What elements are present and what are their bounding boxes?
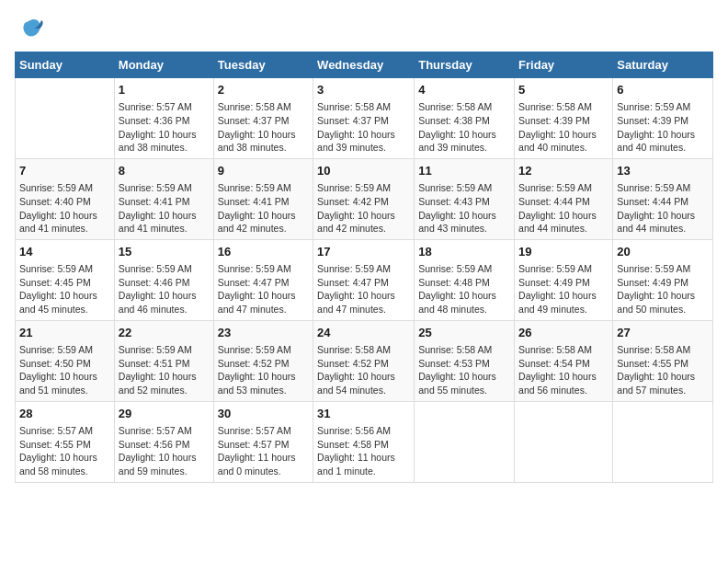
calendar-cell: 1Sunrise: 5:57 AM Sunset: 4:36 PM Daylig…	[114, 78, 213, 159]
day-info: Sunrise: 5:59 AM Sunset: 4:39 PM Dayligh…	[617, 100, 709, 155]
day-info: Sunrise: 5:59 AM Sunset: 4:41 PM Dayligh…	[119, 181, 210, 236]
calendar-cell: 8Sunrise: 5:59 AM Sunset: 4:41 PM Daylig…	[114, 158, 213, 239]
calendar-cell: 27Sunrise: 5:58 AM Sunset: 4:55 PM Dayli…	[613, 320, 713, 401]
day-info: Sunrise: 5:58 AM Sunset: 4:52 PM Dayligh…	[317, 343, 410, 397]
calendar-cell: 24Sunrise: 5:58 AM Sunset: 4:52 PM Dayli…	[313, 320, 415, 401]
day-number: 16	[218, 244, 309, 260]
weekday-header-thursday: Thursday	[415, 52, 515, 78]
calendar-row: 28Sunrise: 5:57 AM Sunset: 4:55 PM Dayli…	[16, 401, 713, 482]
calendar-cell: 17Sunrise: 5:59 AM Sunset: 4:47 PM Dayli…	[313, 239, 415, 320]
calendar-cell: 26Sunrise: 5:58 AM Sunset: 4:54 PM Dayli…	[515, 320, 613, 401]
logo	[15, 15, 44, 42]
calendar-cell	[613, 401, 713, 482]
day-number: 17	[317, 244, 410, 260]
weekday-header-wednesday: Wednesday	[313, 52, 415, 78]
calendar-cell: 30Sunrise: 5:57 AM Sunset: 4:57 PM Dayli…	[213, 401, 313, 482]
calendar-cell: 31Sunrise: 5:56 AM Sunset: 4:58 PM Dayli…	[313, 401, 415, 482]
calendar-cell: 15Sunrise: 5:59 AM Sunset: 4:46 PM Dayli…	[114, 239, 213, 320]
day-info: Sunrise: 5:59 AM Sunset: 4:45 PM Dayligh…	[19, 262, 110, 316]
day-info: Sunrise: 5:59 AM Sunset: 4:48 PM Dayligh…	[418, 262, 510, 316]
weekday-header-friday: Friday	[515, 52, 613, 78]
day-info: Sunrise: 5:57 AM Sunset: 4:55 PM Dayligh…	[19, 424, 110, 478]
calendar-cell	[515, 401, 613, 482]
day-info: Sunrise: 5:57 AM Sunset: 4:36 PM Dayligh…	[119, 100, 210, 155]
day-number: 10	[317, 163, 410, 179]
calendar-cell: 22Sunrise: 5:59 AM Sunset: 4:51 PM Dayli…	[114, 320, 213, 401]
weekday-header-row: SundayMondayTuesdayWednesdayThursdayFrid…	[16, 52, 713, 78]
day-info: Sunrise: 5:59 AM Sunset: 4:44 PM Dayligh…	[518, 181, 609, 236]
calendar-row: 21Sunrise: 5:59 AM Sunset: 4:50 PM Dayli…	[16, 320, 713, 401]
day-number: 6	[617, 82, 709, 98]
day-number: 14	[19, 244, 110, 260]
day-number: 24	[317, 325, 410, 341]
day-info: Sunrise: 5:58 AM Sunset: 4:39 PM Dayligh…	[518, 100, 609, 155]
calendar-cell: 7Sunrise: 5:59 AM Sunset: 4:40 PM Daylig…	[16, 158, 115, 239]
calendar-cell: 4Sunrise: 5:58 AM Sunset: 4:38 PM Daylig…	[415, 78, 515, 159]
day-number: 1	[119, 82, 210, 98]
day-info: Sunrise: 5:58 AM Sunset: 4:55 PM Dayligh…	[617, 343, 709, 397]
calendar-row: 14Sunrise: 5:59 AM Sunset: 4:45 PM Dayli…	[16, 239, 713, 320]
day-info: Sunrise: 5:59 AM Sunset: 4:52 PM Dayligh…	[218, 343, 309, 397]
day-info: Sunrise: 5:58 AM Sunset: 4:54 PM Dayligh…	[518, 343, 609, 397]
calendar-cell: 19Sunrise: 5:59 AM Sunset: 4:49 PM Dayli…	[515, 239, 613, 320]
day-info: Sunrise: 5:58 AM Sunset: 4:37 PM Dayligh…	[317, 100, 410, 155]
day-number: 23	[218, 325, 309, 341]
calendar-table: SundayMondayTuesdayWednesdayThursdayFrid…	[15, 52, 713, 483]
calendar-cell: 21Sunrise: 5:59 AM Sunset: 4:50 PM Dayli…	[16, 320, 115, 401]
day-number: 7	[19, 163, 110, 179]
calendar-row: 7Sunrise: 5:59 AM Sunset: 4:40 PM Daylig…	[16, 158, 713, 239]
day-number: 31	[317, 406, 410, 422]
day-info: Sunrise: 5:59 AM Sunset: 4:47 PM Dayligh…	[218, 262, 309, 316]
calendar-cell: 25Sunrise: 5:58 AM Sunset: 4:53 PM Dayli…	[415, 320, 515, 401]
day-info: Sunrise: 5:59 AM Sunset: 4:47 PM Dayligh…	[317, 262, 410, 316]
day-info: Sunrise: 5:59 AM Sunset: 4:44 PM Dayligh…	[617, 181, 709, 236]
day-number: 29	[119, 406, 210, 422]
day-number: 3	[317, 82, 410, 98]
calendar-cell	[16, 78, 115, 159]
calendar-cell: 5Sunrise: 5:58 AM Sunset: 4:39 PM Daylig…	[515, 78, 613, 159]
day-number: 30	[218, 406, 309, 422]
day-number: 8	[119, 163, 210, 179]
calendar-cell: 28Sunrise: 5:57 AM Sunset: 4:55 PM Dayli…	[16, 401, 115, 482]
day-info: Sunrise: 5:59 AM Sunset: 4:51 PM Dayligh…	[119, 343, 210, 397]
day-info: Sunrise: 5:59 AM Sunset: 4:50 PM Dayligh…	[19, 343, 110, 397]
calendar-cell: 13Sunrise: 5:59 AM Sunset: 4:44 PM Dayli…	[613, 158, 713, 239]
day-info: Sunrise: 5:59 AM Sunset: 4:46 PM Dayligh…	[119, 262, 210, 316]
day-info: Sunrise: 5:59 AM Sunset: 4:40 PM Dayligh…	[19, 181, 110, 236]
day-number: 15	[119, 244, 210, 260]
calendar-cell: 2Sunrise: 5:58 AM Sunset: 4:37 PM Daylig…	[213, 78, 313, 159]
day-number: 28	[19, 406, 110, 422]
weekday-header-monday: Monday	[114, 52, 213, 78]
calendar-row: 1Sunrise: 5:57 AM Sunset: 4:36 PM Daylig…	[16, 78, 713, 159]
day-number: 22	[119, 325, 210, 341]
day-number: 5	[518, 82, 609, 98]
day-number: 27	[617, 325, 709, 341]
calendar-cell: 3Sunrise: 5:58 AM Sunset: 4:37 PM Daylig…	[313, 78, 415, 159]
day-number: 19	[518, 244, 609, 260]
day-number: 21	[19, 325, 110, 341]
calendar-cell: 11Sunrise: 5:59 AM Sunset: 4:43 PM Dayli…	[415, 158, 515, 239]
day-info: Sunrise: 5:59 AM Sunset: 4:41 PM Dayligh…	[218, 181, 309, 236]
day-info: Sunrise: 5:58 AM Sunset: 4:37 PM Dayligh…	[218, 100, 309, 155]
day-info: Sunrise: 5:56 AM Sunset: 4:58 PM Dayligh…	[317, 424, 410, 478]
day-number: 2	[218, 82, 309, 98]
weekday-header-sunday: Sunday	[16, 52, 115, 78]
weekday-header-saturday: Saturday	[613, 52, 713, 78]
day-number: 13	[617, 163, 709, 179]
calendar-cell: 20Sunrise: 5:59 AM Sunset: 4:49 PM Dayli…	[613, 239, 713, 320]
calendar-cell: 29Sunrise: 5:57 AM Sunset: 4:56 PM Dayli…	[114, 401, 213, 482]
calendar-body: 1Sunrise: 5:57 AM Sunset: 4:36 PM Daylig…	[16, 78, 713, 483]
day-info: Sunrise: 5:58 AM Sunset: 4:53 PM Dayligh…	[418, 343, 510, 397]
calendar-cell: 16Sunrise: 5:59 AM Sunset: 4:47 PM Dayli…	[213, 239, 313, 320]
day-number: 4	[418, 82, 510, 98]
day-info: Sunrise: 5:59 AM Sunset: 4:43 PM Dayligh…	[418, 181, 510, 236]
day-number: 25	[418, 325, 510, 341]
day-number: 9	[218, 163, 309, 179]
day-info: Sunrise: 5:57 AM Sunset: 4:57 PM Dayligh…	[218, 424, 309, 478]
day-info: Sunrise: 5:59 AM Sunset: 4:49 PM Dayligh…	[518, 262, 609, 316]
calendar-header: SundayMondayTuesdayWednesdayThursdayFrid…	[16, 52, 713, 78]
day-info: Sunrise: 5:59 AM Sunset: 4:42 PM Dayligh…	[317, 181, 410, 236]
calendar-cell: 23Sunrise: 5:59 AM Sunset: 4:52 PM Dayli…	[213, 320, 313, 401]
day-info: Sunrise: 5:57 AM Sunset: 4:56 PM Dayligh…	[119, 424, 210, 478]
day-number: 11	[418, 163, 510, 179]
